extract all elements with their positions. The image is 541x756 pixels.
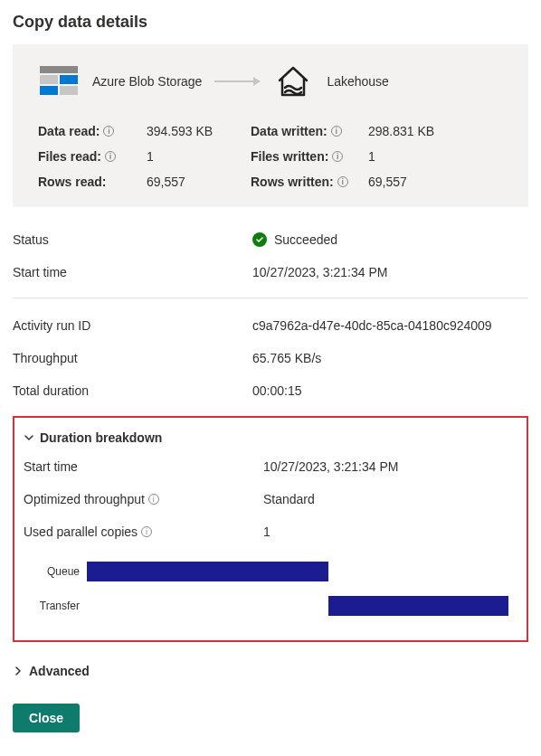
duration-breakdown-heading: Duration breakdown xyxy=(40,430,162,445)
bd-parallel-copies-value: 1 xyxy=(263,524,517,539)
activity-run-id-value: c9a7962a-d47e-40dc-85ca-04180c924009 xyxy=(252,318,528,333)
svg-rect-0 xyxy=(40,66,78,73)
sink-item: Lakehouse xyxy=(272,61,389,102)
info-icon[interactable]: i xyxy=(337,176,348,187)
divider xyxy=(13,298,528,298)
rows-read-value: 69,557 xyxy=(147,175,251,189)
blob-storage-icon xyxy=(38,61,80,102)
files-read-value: 1 xyxy=(147,149,251,164)
svg-rect-1 xyxy=(40,75,58,84)
files-read-label: Files read:i xyxy=(38,149,147,164)
info-icon[interactable]: i xyxy=(148,494,159,505)
bd-start-time-value: 10/27/2023, 3:21:34 PM xyxy=(263,459,517,474)
info-icon[interactable]: i xyxy=(141,526,152,537)
svg-rect-4 xyxy=(60,86,78,95)
lakehouse-icon xyxy=(272,61,314,102)
chevron-right-icon xyxy=(13,666,24,676)
info-icon[interactable]: i xyxy=(105,151,116,162)
gantt-queue-bar xyxy=(87,562,328,581)
activity-run-id-label: Activity run ID xyxy=(13,318,252,333)
info-icon[interactable]: i xyxy=(331,126,342,137)
gantt-queue-label: Queue xyxy=(24,565,87,578)
bd-start-time-label: Start time xyxy=(24,459,263,474)
bd-opt-throughput-label: Optimized throughput i xyxy=(24,492,263,506)
start-time-value: 10/27/2023, 3:21:34 PM xyxy=(252,265,528,279)
total-duration-label: Total duration xyxy=(13,383,252,398)
success-icon xyxy=(252,232,267,247)
close-button[interactable]: Close xyxy=(13,704,80,732)
data-written-value: 298.831 KB xyxy=(368,124,503,138)
advanced-toggle[interactable]: Advanced xyxy=(13,658,528,684)
source-sink-row: Azure Blob Storage Lakehouse xyxy=(38,61,503,102)
stats-grid: Data read:i 394.593 KB Data written:i 29… xyxy=(38,124,503,189)
throughput-label: Throughput xyxy=(13,351,252,365)
data-read-label: Data read:i xyxy=(38,124,147,138)
data-written-label: Data written:i xyxy=(251,124,368,138)
data-read-value: 394.593 KB xyxy=(147,124,251,138)
arrow-icon xyxy=(214,80,260,82)
summary-box: Azure Blob Storage Lakehouse Data read:i… xyxy=(13,44,528,207)
sink-label: Lakehouse xyxy=(327,74,389,89)
gantt-transfer-label: Transfer xyxy=(24,600,87,612)
files-written-value: 1 xyxy=(368,149,503,164)
bd-parallel-copies-label: Used parallel copies i xyxy=(24,524,263,539)
start-time-label: Start time xyxy=(13,265,252,279)
files-written-label: Files written:i xyxy=(251,149,368,164)
primary-details: Status Succeeded Start time 10/27/2023, … xyxy=(13,223,528,288)
duration-breakdown-section: Duration breakdown Start time 10/27/2023… xyxy=(13,416,528,642)
svg-rect-3 xyxy=(40,86,58,95)
status-value: Succeeded xyxy=(252,232,528,247)
source-item: Azure Blob Storage xyxy=(38,61,202,102)
chevron-down-icon xyxy=(24,432,34,443)
total-duration-value: 00:00:15 xyxy=(252,383,528,398)
info-icon[interactable]: i xyxy=(103,126,114,137)
rows-written-value: 69,557 xyxy=(368,175,503,189)
advanced-label: Advanced xyxy=(29,664,90,678)
throughput-value: 65.765 KB/s xyxy=(252,351,528,365)
svg-rect-2 xyxy=(60,75,78,84)
duration-gantt: Queue Transfer xyxy=(24,559,517,619)
rows-written-label: Rows written:i xyxy=(251,175,368,189)
bd-opt-throughput-value: Standard xyxy=(263,492,517,506)
status-label: Status xyxy=(13,232,252,247)
info-icon[interactable]: i xyxy=(332,151,343,162)
source-label: Azure Blob Storage xyxy=(92,74,202,89)
secondary-details: Activity run ID c9a7962a-d47e-40dc-85ca-… xyxy=(13,309,528,407)
duration-breakdown-toggle[interactable]: Duration breakdown xyxy=(24,425,517,450)
page-title: Copy data details xyxy=(13,13,528,32)
gantt-transfer-bar xyxy=(328,596,509,616)
rows-read-label: Rows read: xyxy=(38,175,147,189)
